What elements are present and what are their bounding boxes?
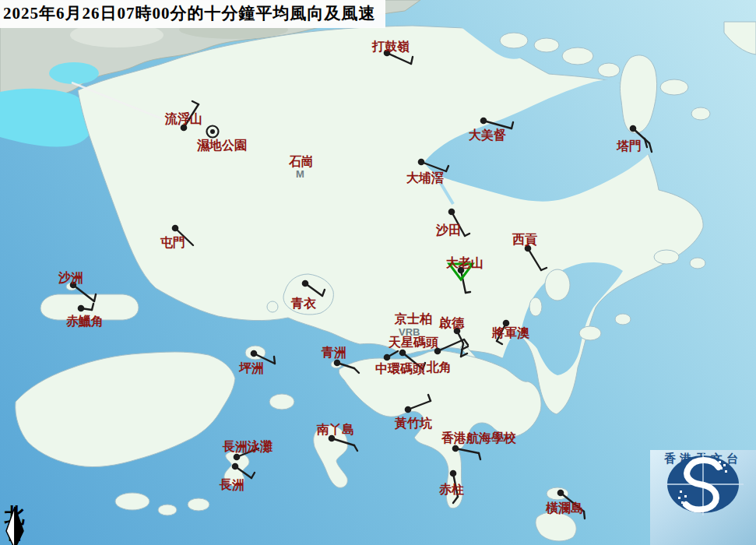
station-label: 塔門 (616, 139, 642, 153)
north-compass: 北 N (2, 506, 28, 543)
land-hei-ling-chau (269, 394, 294, 410)
land-kat-o (660, 79, 688, 95)
fish-ponds (49, 62, 99, 84)
station-label: 赤柱 (438, 483, 464, 496)
station-label: 大埔滘 (406, 171, 444, 185)
station-dot (503, 320, 510, 327)
station-label: 赤鱲角 (65, 315, 104, 328)
station-label: 濕地公園 (196, 139, 247, 153)
land-ne-island-4 (598, 63, 620, 77)
station-note: M (296, 168, 304, 180)
land-kau-sai-chau (545, 269, 570, 301)
station-dot (557, 490, 564, 497)
land-ne-island-5 (691, 107, 710, 120)
station-dot (399, 350, 406, 357)
land-basalt-island (690, 258, 705, 269)
station-label: 屯門 (160, 236, 185, 249)
map-canvas: 打鼓嶺流浮山濕地公園石崗M大美督大埔滘塔門屯門沙田西貢大老山沙洲赤鱲角青衣京士柏… (0, 0, 756, 545)
station-label: 將軍澳 (491, 326, 530, 339)
station-dot (405, 406, 412, 413)
station-label: 打鼓嶺 (371, 40, 410, 53)
hko-logo-icon (650, 450, 756, 517)
land-soko-2 (158, 505, 177, 515)
land-ne-island-3 (562, 47, 593, 65)
station-label: 大老山 (446, 256, 483, 269)
land-se-island-1 (579, 326, 601, 340)
station-dot (302, 280, 309, 287)
station-dot (480, 118, 487, 125)
station-dot (452, 445, 459, 452)
station-dot (334, 360, 341, 367)
station-dot (450, 470, 457, 477)
land-sharp-island (529, 297, 542, 316)
land-ma-wan (267, 301, 278, 312)
station-label: 流浮山 (164, 111, 202, 125)
station-label: 西貢 (512, 233, 537, 247)
wind-map: 打鼓嶺流浮山濕地公園石崗M大美督大埔滘塔門屯門沙田西貢大老山沙洲赤鱲角青衣京士柏… (0, 0, 756, 545)
station-label: 長洲 (219, 478, 244, 491)
land-shek-kwu-chau (188, 498, 209, 511)
station-label: 北角 (426, 360, 452, 374)
map-title: 2025年6月26日07時00分的十分鐘平均風向及風速 (0, 0, 385, 28)
station-dot (78, 305, 85, 312)
station-dot (172, 225, 179, 232)
station-label: 中環碼頭 (375, 362, 425, 376)
station-label: 橫瀾島 (545, 501, 583, 515)
station-label: 香港航海學校 (441, 431, 516, 445)
station-label: 啟德 (438, 316, 465, 329)
wind-barb (584, 512, 585, 519)
station-label: 長洲泳灘 (222, 439, 273, 453)
station-label: 天星碼頭 (388, 336, 438, 350)
station-dot (232, 463, 239, 470)
station-dot (434, 348, 441, 355)
station-label: 沙田 (435, 223, 461, 237)
station-dot (384, 354, 391, 361)
station-label: 青洲 (321, 346, 346, 359)
station-label: 黃竹坑 (394, 417, 432, 430)
station-dot (251, 350, 258, 357)
hko-logo-panel: 香港天文台 HONG KONG OBSERVATORY (650, 450, 756, 545)
wind-barb (466, 292, 470, 293)
station-dot (210, 129, 215, 134)
station-label: 大美督 (469, 128, 507, 142)
station-dot (630, 125, 637, 132)
station-label: 南丫島 (316, 423, 354, 436)
station-label: 京士柏 (394, 311, 432, 325)
station-dot (234, 454, 241, 461)
wind-barb (274, 357, 275, 364)
station-label: 青衣 (290, 297, 317, 310)
north-arrow-icon (2, 506, 28, 545)
land-se-island-2 (615, 314, 631, 325)
station-label: 沙洲 (58, 271, 83, 284)
land-ne-island-1 (500, 33, 528, 48)
land-jin-island (654, 250, 679, 264)
station-dot (418, 159, 425, 166)
land-soko (115, 493, 149, 510)
station-label: 坪洲 (238, 361, 264, 374)
station-dot (448, 209, 455, 216)
station-label: 石崗 (288, 155, 314, 168)
land-ne-island-2 (534, 38, 559, 52)
